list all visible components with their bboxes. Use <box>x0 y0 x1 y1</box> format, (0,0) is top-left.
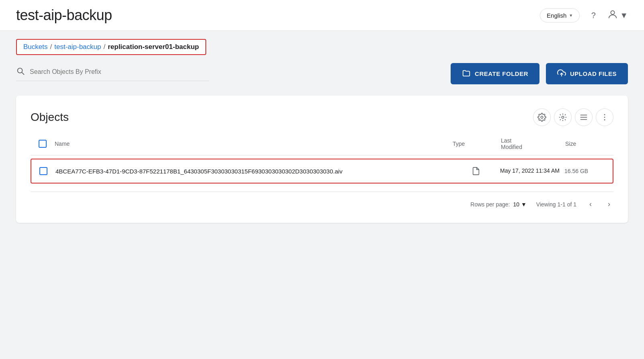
breadcrumb-wrapper: Buckets / test-aip-backup / replication-… <box>16 39 206 55</box>
search-icon <box>16 67 25 78</box>
row-checkbox[interactable] <box>39 167 47 175</box>
list-view-button[interactable] <box>575 108 593 126</box>
help-button[interactable]: ? <box>585 6 602 24</box>
table-header: Name Type LastModified Size <box>31 137 613 155</box>
top-bar: test-aip-backup English ▼ ? ▼ <box>0 0 644 31</box>
rows-per-page-chevron-icon: ▼ <box>521 201 527 208</box>
chevron-down-icon: ▼ <box>569 13 573 18</box>
size-cell: 16.56 GB <box>564 168 613 174</box>
rows-per-page-value: 10 <box>513 201 519 208</box>
svg-point-1 <box>18 68 23 73</box>
svg-point-9 <box>604 114 605 115</box>
table-footer: Rows per page: 10 ▼ Viewing 1-1 of 1 ‹ › <box>31 192 613 210</box>
breadcrumb-buckets-link[interactable]: Buckets <box>23 43 47 51</box>
create-folder-button[interactable]: CREATE FOLDER <box>451 63 539 84</box>
file-name[interactable]: 4BCEA77C-EFB3-47D1-9CD3-87F5221178B1_643… <box>55 168 452 175</box>
help-icon: ? <box>591 11 596 20</box>
next-page-button[interactable]: › <box>605 198 613 210</box>
rows-per-page-select[interactable]: 10 ▼ <box>513 201 526 208</box>
breadcrumb-bucket-link[interactable]: test-aip-backup <box>54 43 101 51</box>
folder-icon <box>462 69 471 79</box>
viewing-text: Viewing 1-1 of 1 <box>536 201 576 208</box>
language-label: English <box>547 12 566 19</box>
col-size: Size <box>565 141 613 147</box>
breadcrumb-separator-2: / <box>103 43 105 51</box>
settings-button[interactable] <box>533 108 551 126</box>
file-row-wrapper: 4BCEA77C-EFB3-47D1-9CD3-87F5221178B1_643… <box>31 159 613 184</box>
upload-files-label: UPLOAD FILES <box>570 70 617 77</box>
upload-files-button[interactable]: UPLOAD FILES <box>546 63 628 84</box>
svg-point-5 <box>562 116 564 118</box>
objects-actions <box>533 108 613 126</box>
svg-point-10 <box>604 117 605 118</box>
page-title: test-aip-backup <box>16 7 112 24</box>
top-right-controls: English ▼ ? ▼ <box>540 6 628 24</box>
search-input[interactable] <box>30 68 209 75</box>
breadcrumb-current-folder: replication-server01-backup <box>108 43 199 51</box>
account-button[interactable]: ▼ <box>607 9 628 22</box>
main-content: Buckets / test-aip-backup / replication-… <box>0 31 644 231</box>
objects-header: Objects <box>31 108 613 126</box>
table-row: 4BCEA77C-EFB3-47D1-9CD3-87F5221178B1_643… <box>31 159 613 183</box>
search-container <box>16 67 209 81</box>
rows-per-page-label: Rows per page: <box>470 201 510 208</box>
file-type-icon <box>452 167 500 175</box>
breadcrumb: Buckets / test-aip-backup / replication-… <box>23 43 199 51</box>
language-selector[interactable]: English ▼ <box>540 8 580 22</box>
action-row: CREATE FOLDER UPLOAD FILES <box>16 63 628 84</box>
svg-point-11 <box>604 119 605 120</box>
last-modified-cell: May 17, 2022 11:34 AM <box>500 167 564 175</box>
svg-point-0 <box>611 10 615 14</box>
account-icon <box>607 9 618 22</box>
col-last-modified: LastModified <box>501 137 565 150</box>
account-chevron-icon: ▼ <box>620 11 628 20</box>
breadcrumb-separator-1: / <box>50 43 52 51</box>
upload-icon <box>557 69 566 79</box>
col-name: Name <box>55 141 453 147</box>
col-type: Type <box>453 141 501 147</box>
svg-point-4 <box>541 116 543 118</box>
create-folder-label: CREATE FOLDER <box>475 70 528 77</box>
header-checkbox-cell <box>31 140 55 148</box>
svg-line-2 <box>22 72 24 75</box>
row-checkbox-cell <box>31 167 55 175</box>
action-buttons: CREATE FOLDER UPLOAD FILES <box>451 63 628 84</box>
more-options-button[interactable] <box>596 108 613 126</box>
objects-panel: Objects <box>16 96 628 223</box>
select-all-checkbox[interactable] <box>39 140 47 148</box>
copy-button[interactable] <box>554 108 572 126</box>
objects-title: Objects <box>31 111 69 124</box>
rows-per-page: Rows per page: 10 ▼ <box>470 201 527 208</box>
prev-page-button[interactable]: ‹ <box>586 198 595 210</box>
